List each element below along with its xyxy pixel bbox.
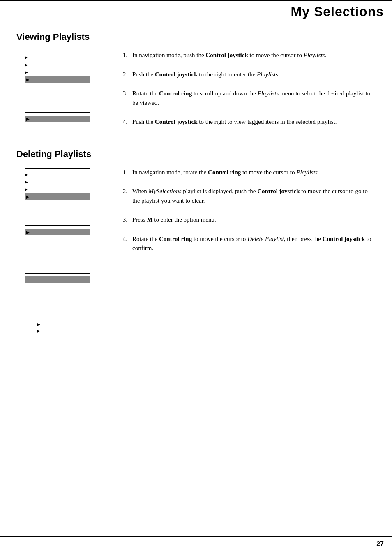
content-area: Viewing Playlists — [0, 23, 392, 359]
step-text-4: Push the Control joystick to the right t… — [132, 117, 376, 127]
deleting-step-4: 4. Rotate the Control ring to move the c… — [119, 234, 376, 253]
del-step-num-4: 4. — [119, 234, 127, 253]
deleting-playlists-heading: Deleting Playlists — [16, 149, 376, 160]
step-num-2: 2. — [119, 70, 127, 79]
step-num-4: 4. — [119, 117, 127, 127]
del-spacer-1 — [16, 206, 111, 219]
step-num-3: 3. — [119, 89, 127, 107]
del-row-2 — [25, 178, 111, 185]
del-step-text-4: Rotate the Control ring to move the curs… — [132, 234, 376, 253]
deleting-step-3: 3. Press M to enter the option menu. — [119, 215, 376, 225]
del-row-3 — [25, 186, 111, 192]
deleting-line-2 — [25, 225, 90, 226]
diagram-row-4-highlighted — [25, 76, 90, 83]
viewing-diagrams — [16, 51, 111, 137]
step-text-3: Rotate the Control ring to scroll up and… — [132, 89, 376, 107]
deleting-diagram-2 — [16, 225, 111, 235]
viewing-step-4: 4. Push the Control joystick to the righ… — [119, 117, 376, 127]
diagram-row-2 — [25, 61, 111, 68]
arrow-icon-3 — [25, 69, 28, 74]
del-row-single-highlighted — [25, 229, 90, 235]
del-step-text-2: When MySelections playlist is displayed,… — [132, 187, 376, 205]
del-row-4-highlighted — [25, 193, 90, 200]
deleting-diagrams — [16, 168, 111, 338]
del-arrow-1 — [25, 172, 28, 177]
arrow-icon-1 — [25, 55, 28, 60]
viewing-instruction-list: 1. In navigation mode, push the Control … — [119, 51, 376, 127]
viewing-playlists-heading: Viewing Playlists — [16, 32, 376, 42]
arrow-icon-single — [26, 116, 30, 121]
diagram-line-2 — [25, 112, 90, 113]
step-text-2: Push the Control joystick to the right t… — [132, 70, 376, 79]
viewing-diagram-2 — [16, 112, 111, 122]
del-bottom-arrow-1 — [37, 322, 40, 326]
deleting-diagram-1 — [16, 168, 111, 200]
del-row-1 — [25, 171, 111, 178]
deleting-diagram-4 — [16, 321, 111, 334]
del-arrow-single — [26, 229, 30, 234]
viewing-playlists-body: 1. In navigation mode, push the Control … — [16, 51, 376, 137]
diagram-row-1 — [25, 54, 111, 60]
deleting-line-3 — [25, 273, 90, 274]
del-spacer-3 — [16, 289, 111, 310]
del-step-num-2: 2. — [119, 187, 127, 205]
deleting-diagram-3 — [16, 273, 111, 283]
viewing-step-1: 1. In navigation mode, push the Control … — [119, 51, 376, 60]
deleting-line-1 — [25, 168, 90, 169]
deleting-playlists-section: Deleting Playlists — [16, 149, 376, 338]
viewing-playlists-section: Viewing Playlists — [16, 32, 376, 137]
del-step-text-3: Press M to enter the option menu. — [132, 215, 376, 225]
del-bottom-row-1 — [37, 321, 111, 327]
step-text-1: In navigation mode, push the Control joy… — [132, 51, 376, 60]
diagram-line-1 — [25, 51, 90, 51]
del-step-num-3: 3. — [119, 215, 127, 225]
diagram-row-single-highlighted — [25, 116, 90, 122]
page-number: 27 — [376, 540, 384, 548]
del-gray-bar — [25, 276, 90, 283]
del-spacer-2 — [16, 242, 111, 266]
diagram-row-3 — [25, 69, 111, 75]
del-arrow-2 — [25, 179, 28, 184]
page-title: My Selections — [291, 4, 384, 19]
del-step-num-1: 1. — [119, 168, 127, 177]
viewing-step-2: 2. Push the Control joystick to the righ… — [119, 70, 376, 79]
del-step-text-1: In navigation mode, rotate the Control r… — [132, 168, 376, 177]
deleting-instruction-list: 1. In navigation mode, rotate the Contro… — [119, 168, 376, 253]
deleting-step-1: 1. In navigation mode, rotate the Contro… — [119, 168, 376, 177]
arrow-icon-4 — [26, 77, 30, 82]
arrow-icon-2 — [25, 62, 28, 67]
footer-bar: 27 — [0, 536, 392, 551]
del-arrow-3 — [25, 187, 28, 192]
del-bottom-arrow-2 — [37, 328, 40, 333]
viewing-diagram-1 — [16, 51, 111, 83]
deleting-step-2: 2. When MySelections playlist is display… — [119, 187, 376, 205]
viewing-instructions: 1. In navigation mode, push the Control … — [119, 51, 376, 137]
spacer-1 — [16, 89, 111, 106]
header-bar: My Selections — [0, 0, 392, 23]
del-arrow-4 — [26, 194, 30, 199]
viewing-step-3: 3. Rotate the Control ring to scroll up … — [119, 89, 376, 107]
deleting-instructions: 1. In navigation mode, rotate the Contro… — [119, 168, 376, 338]
del-bottom-row-2 — [37, 327, 111, 334]
step-num-1: 1. — [119, 51, 127, 60]
deleting-playlists-body: 1. In navigation mode, rotate the Contro… — [16, 168, 376, 338]
